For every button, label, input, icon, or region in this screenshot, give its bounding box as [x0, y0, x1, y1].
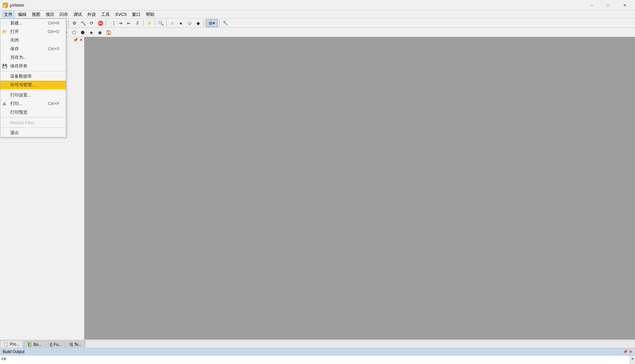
- toolbar-grid-btn[interactable]: ⊞▾: [206, 19, 218, 27]
- toolbar-filled-circle-btn[interactable]: ●: [177, 19, 185, 27]
- tab-books-icon: 📗: [27, 342, 32, 347]
- menu-recentfiles: Recent Files: [0, 118, 66, 127]
- menu-view[interactable]: 视图: [29, 11, 43, 18]
- build-output-content: ce: [0, 355, 630, 364]
- menu-flash[interactable]: 闪存: [57, 11, 71, 18]
- toolbar-compile-btn[interactable]: ⚙: [70, 19, 78, 27]
- tab-functions-icon: {}: [50, 342, 52, 347]
- toolbar-t2-btn5[interactable]: ◉: [96, 28, 104, 36]
- menu-window[interactable]: 窗口: [129, 11, 143, 18]
- new-icon: 📄: [2, 21, 7, 25]
- tab-templates[interactable]: 0| Te...: [66, 341, 85, 348]
- toolbar-tools-btn[interactable]: 📑: [108, 19, 116, 27]
- build-output-title: Build Output: [3, 349, 623, 354]
- menu-saveall[interactable]: 💾 保存所有: [0, 62, 66, 70]
- menu-tools[interactable]: 工具: [99, 11, 112, 18]
- toolbar-flash-btn[interactable]: ⚡: [145, 19, 153, 27]
- title-bar: μ μVision ─ □ ✕: [0, 0, 635, 11]
- build-output-panel: Build Output 📌 ✕ ce ▲ ▼ ◀ ▶: [0, 348, 635, 364]
- menu-print[interactable]: 🖨 打印... Ctrl+P: [0, 99, 66, 108]
- print-icon: 🖨: [2, 101, 6, 106]
- build-output-line: ce: [1, 357, 628, 361]
- window-controls: ─ □ ✕: [584, 0, 632, 11]
- menu-saveas[interactable]: 另存为...: [0, 53, 66, 62]
- menu-svcs[interactable]: SVCS: [112, 11, 129, 18]
- tab-books[interactable]: 📗 Bo...: [24, 341, 46, 348]
- toolbar-indent-btn[interactable]: ⇥: [116, 19, 124, 27]
- saveall-icon: 💾: [2, 64, 7, 68]
- app-icon: μ: [3, 3, 8, 8]
- toolbar-build-btn[interactable]: 🔨: [79, 19, 87, 27]
- sep-4: [106, 20, 106, 26]
- build-output-pin-btn[interactable]: 📌: [623, 349, 628, 354]
- separator-4: [0, 127, 66, 128]
- tab-functions-label: Fu...: [54, 342, 62, 347]
- toolbar-search-btn[interactable]: 🔍: [157, 19, 165, 27]
- panel-pin-btn[interactable]: 📌: [73, 38, 78, 42]
- separator-2: [0, 90, 66, 90]
- menu-help[interactable]: 帮助: [143, 11, 157, 18]
- menu-license[interactable]: 许可与管理...: [0, 81, 66, 89]
- sep-7: [166, 20, 167, 26]
- build-output-body: ce ▲ ▼: [0, 355, 635, 364]
- separator-3: [0, 117, 66, 118]
- menu-exit[interactable]: 退出: [0, 128, 66, 137]
- menu-debug[interactable]: 调试: [71, 11, 85, 18]
- toolbar-t2-btn3[interactable]: ⬢: [79, 28, 87, 36]
- menu-open[interactable]: 📂 打开 Ctrl+O: [0, 27, 66, 36]
- toolbar-t2-btn4[interactable]: ◈: [87, 28, 95, 36]
- sep-5: [143, 20, 144, 26]
- toolbar-comment-btn[interactable]: //: [134, 19, 142, 27]
- tab-templates-icon: 0|: [69, 342, 73, 347]
- toolbar-outdent-btn[interactable]: ⇤: [125, 19, 133, 27]
- menu-project[interactable]: 项目: [43, 11, 57, 18]
- toolbar-diamond-btn[interactable]: ◇: [186, 19, 193, 27]
- tab-project-label: Pro...: [10, 342, 20, 346]
- menu-printpreview[interactable]: 打印预览: [0, 108, 66, 117]
- tab-templates-label: Te...: [74, 342, 82, 347]
- tab-books-label: Bo...: [34, 342, 42, 347]
- panel-close-btn[interactable]: ✕: [79, 38, 83, 42]
- open-icon: 📂: [2, 29, 7, 34]
- menu-file[interactable]: 文件: [1, 11, 15, 18]
- sep-3: [68, 20, 69, 26]
- tab-functions[interactable]: {} Fu...: [46, 341, 65, 348]
- toolbar-t2-btn6[interactable]: 🏠: [105, 28, 112, 36]
- menu-devicedb[interactable]: 设备数据库: [0, 72, 66, 81]
- scroll-up-arrow[interactable]: ▲: [630, 355, 635, 361]
- menu-bar: 文件 编辑 视图 项目 闪存 调试 外设 工具 SVCS 窗口 帮助 📄 新建.…: [0, 11, 635, 18]
- bottom-tabs: 📋 Pro... 📗 Bo... {} Fu... 0| Te...: [0, 340, 635, 348]
- toolbar-circle-btn[interactable]: ○: [168, 19, 176, 27]
- file-dropdown: 📄 新建... Ctrl+N 📂 打开 Ctrl+O 关闭 保存 Ctrl+S: [0, 18, 66, 137]
- menu-printsetup[interactable]: 打印设置...: [0, 91, 66, 99]
- sep-9: [219, 20, 220, 26]
- build-output-close-btn[interactable]: ✕: [629, 349, 632, 354]
- maximize-button[interactable]: □: [601, 0, 616, 11]
- window-title: μVision: [10, 3, 584, 8]
- build-output-header: Build Output 📌 ✕: [0, 348, 635, 355]
- menu-new[interactable]: 📄 新建... Ctrl+N: [0, 19, 66, 27]
- sep-8: [204, 20, 204, 26]
- close-button[interactable]: ✕: [617, 0, 632, 11]
- toolbar-2: ✏ ⬡ ⬢ ◈ ◉ 🏠: [0, 28, 635, 37]
- menu-close[interactable]: 关闭: [0, 36, 66, 45]
- tab-project[interactable]: 📋 Pro...: [0, 341, 23, 348]
- toolbar-t2-btn2[interactable]: ⬡: [70, 28, 78, 36]
- toolbar-rebuild-btn[interactable]: ⟳: [88, 19, 96, 27]
- toolbar-config-btn[interactable]: 🔧: [221, 19, 229, 27]
- tab-project-icon: 📋: [4, 342, 9, 346]
- menu-save[interactable]: 保存 Ctrl+S: [0, 45, 66, 53]
- toolbar-stop-btn[interactable]: ⛔: [96, 19, 104, 27]
- menu-peripheral[interactable]: 外设: [85, 11, 99, 18]
- build-output-vscrollbar[interactable]: ▲ ▼: [630, 355, 635, 364]
- minimize-button[interactable]: ─: [584, 0, 599, 11]
- toolbar-1: 📄 📂 💾 ↩ ↪ ◁ ▷ ⚙ 🔨 ⟳ ⛔ 📑 ⇥ ⇤ // ⚡ 🔍 ○ ● ◇…: [0, 18, 635, 28]
- sep-6: [155, 20, 155, 26]
- toolbar-shape4-btn[interactable]: ◆: [194, 19, 202, 27]
- separator-1: [0, 71, 66, 71]
- menu-edit[interactable]: 编辑: [15, 11, 29, 18]
- svg-text:μ: μ: [3, 3, 6, 8]
- main-area: 📌 ✕: [0, 37, 635, 340]
- editor-area: [84, 37, 635, 340]
